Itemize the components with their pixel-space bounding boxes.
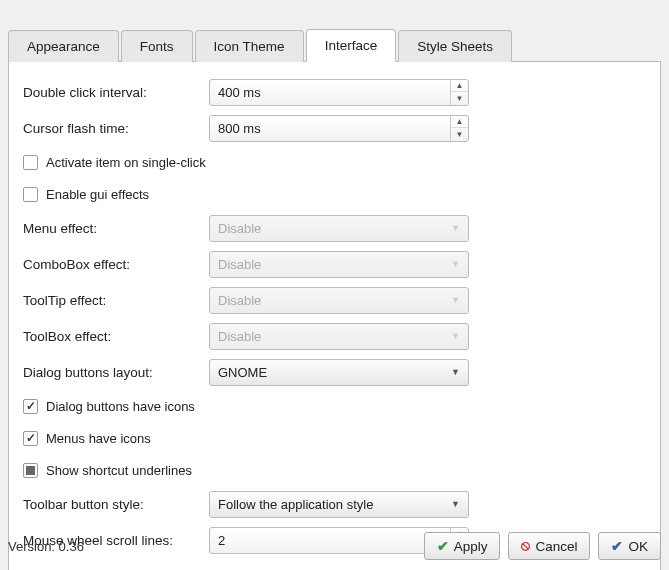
ok-button[interactable]: ✔ OK <box>598 532 661 560</box>
chevron-down-icon: ▼ <box>451 367 460 377</box>
menu-effect-label: Menu effect: <box>23 221 209 236</box>
check-icon: ✔ <box>437 538 449 554</box>
apply-button[interactable]: ✔ Apply <box>424 532 501 560</box>
menus-have-icons-label: Menus have icons <box>46 431 151 446</box>
combobox-effect-combo: Disable ▼ <box>209 251 469 278</box>
tab-bar: Appearance Fonts Icon Theme Interface St… <box>8 28 661 61</box>
footer-bar: Version: 0.36 ✔ Apply ⦸ Cancel ✔ OK <box>8 532 661 560</box>
version-label: Version: 0.36 <box>8 539 416 554</box>
dialog-layout-label: Dialog buttons layout: <box>23 365 209 380</box>
enable-gui-effects-label: Enable gui effects <box>46 187 149 202</box>
chevron-down-icon: ▼ <box>451 499 460 509</box>
combobox-effect-label: ComboBox effect: <box>23 257 209 272</box>
toolbar-style-label: Toolbar button style: <box>23 497 209 512</box>
activate-single-click-label: Activate item on single-click <box>46 155 206 170</box>
show-shortcut-underlines-label: Show shortcut underlines <box>46 463 192 478</box>
spin-down-icon[interactable]: ▼ <box>451 128 468 141</box>
toolbar-style-combo[interactable]: Follow the application style ▼ <box>209 491 469 518</box>
cancel-icon: ⦸ <box>521 538 530 554</box>
tooltip-effect-combo: Disable ▼ <box>209 287 469 314</box>
tab-style-sheets[interactable]: Style Sheets <box>398 30 512 62</box>
toolbox-effect-combo: Disable ▼ <box>209 323 469 350</box>
tab-appearance[interactable]: Appearance <box>8 30 119 62</box>
chevron-down-icon: ▼ <box>451 259 460 269</box>
dialog-layout-combo[interactable]: GNOME ▼ <box>209 359 469 386</box>
interface-panel: Double click interval: 400 ms ▲ ▼ Cursor… <box>8 61 661 570</box>
enable-gui-effects-checkbox[interactable] <box>23 187 38 202</box>
activate-single-click-checkbox[interactable] <box>23 155 38 170</box>
show-shortcut-underlines-checkbox[interactable] <box>23 463 38 478</box>
dialog-buttons-icons-checkbox[interactable] <box>23 399 38 414</box>
spin-down-icon[interactable]: ▼ <box>451 92 468 105</box>
dialog-buttons-icons-label: Dialog buttons have icons <box>46 399 195 414</box>
toolbox-effect-label: ToolBox effect: <box>23 329 209 344</box>
spin-up-icon[interactable]: ▲ <box>451 115 468 128</box>
double-click-interval-input[interactable]: 400 ms ▲ ▼ <box>209 79 469 106</box>
tooltip-effect-label: ToolTip effect: <box>23 293 209 308</box>
cancel-button[interactable]: ⦸ Cancel <box>508 532 590 560</box>
double-click-label: Double click interval: <box>23 85 209 100</box>
cursor-flash-time-input[interactable]: 800 ms ▲ ▼ <box>209 115 469 142</box>
cursor-flash-label: Cursor flash time: <box>23 121 209 136</box>
menus-have-icons-checkbox[interactable] <box>23 431 38 446</box>
chevron-down-icon: ▼ <box>451 223 460 233</box>
menu-effect-combo: Disable ▼ <box>209 215 469 242</box>
tab-icon-theme[interactable]: Icon Theme <box>195 30 304 62</box>
chevron-down-icon: ▼ <box>451 331 460 341</box>
ok-icon: ✔ <box>611 538 623 554</box>
spin-up-icon[interactable]: ▲ <box>451 79 468 92</box>
tab-interface[interactable]: Interface <box>306 29 397 62</box>
tab-fonts[interactable]: Fonts <box>121 30 193 62</box>
chevron-down-icon: ▼ <box>451 295 460 305</box>
